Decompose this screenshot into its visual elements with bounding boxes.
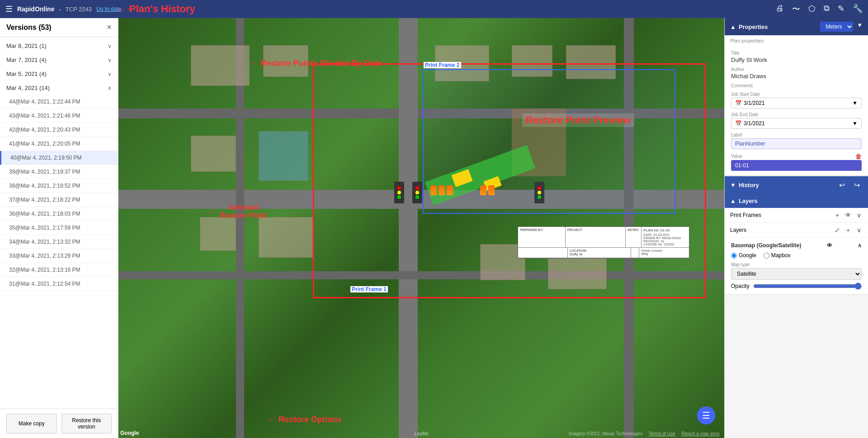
value-label: Value	[731, 154, 742, 159]
layers-header[interactable]: ▲ Layers	[725, 194, 868, 208]
radio-mapbox-input[interactable]	[764, 253, 769, 259]
job-end-input[interactable]: 📅 3/1/2021 ▼	[731, 118, 862, 129]
chevron-mar5: ∨	[108, 71, 112, 77]
date-group-mar5[interactable]: Mar 5, 2021 (4) ∨	[0, 67, 118, 81]
history-section: ▼ History ↩ ↪	[725, 176, 868, 194]
version-item-37[interactable]: 37@Mar 4, 2021, 2:18:22 PM	[0, 193, 118, 207]
label-value-display: PlanNumber	[731, 138, 862, 149]
chevron-layers: ▲	[730, 198, 736, 204]
undo-button[interactable]: ↩	[836, 180, 848, 190]
tb-prepared-by: PREPARED BY:	[518, 227, 566, 247]
radio-google-input[interactable]	[731, 253, 737, 259]
date-group-mar4[interactable]: Mar 4, 2021 (14) ∧	[0, 81, 118, 95]
plan-properties-label: Plan properties	[725, 35, 868, 44]
eye-basemap-icon[interactable]: 👁	[827, 242, 832, 249]
topbar: ☰ RapidOnline - TCP 2243 Up to date ← Pl…	[0, 0, 868, 18]
date-group-mar8[interactable]: Mar 8, 2021 (1) ∨	[0, 39, 118, 53]
chevron-properties-icon: ▼	[857, 22, 863, 32]
wrench-icon[interactable]: 🔧	[853, 4, 863, 14]
history-header[interactable]: ▼ History ↩ ↪	[725, 176, 868, 194]
job-end-label: Job End Date	[731, 112, 862, 117]
properties-body: Title Duffy St Work Author Michal Draws …	[725, 44, 868, 176]
job-start-label: Job Start Date	[731, 92, 862, 97]
basemap-radio-group: Google Mapbox	[731, 252, 862, 259]
opacity-row: Opacity	[731, 283, 862, 290]
tb-onsite: Onsite Contact:	[641, 249, 687, 252]
chevron-mar7: ∨	[108, 57, 112, 63]
print-frame-2-label: Print Frame 2	[424, 62, 461, 68]
version-item-35[interactable]: 35@Mar 4, 2021, 2:17:59 PM	[0, 221, 118, 235]
tb-location-val: Duffy St	[570, 252, 582, 256]
chevron-mar4: ∧	[108, 85, 112, 91]
tb-drawn-by: DRAWN BY: Michal Draws	[643, 236, 687, 240]
meters-dropdown[interactable]: Meters	[820, 22, 853, 32]
make-copy-button[interactable]: Make copy	[6, 414, 57, 433]
job-start-input[interactable]: 📅 3/1/2021 ▼	[731, 98, 862, 108]
properties-title: Properties	[739, 24, 768, 30]
building-7	[200, 217, 236, 251]
date-group-mar7[interactable]: Mar 7, 2021 (4) ∨	[0, 53, 118, 67]
version-item-33[interactable]: 33@Mar 4, 2021, 2:13:29 PM	[0, 249, 118, 263]
author-value: Michal Draws	[731, 73, 862, 80]
job-start-value: 3/1/2021	[744, 100, 765, 106]
tb-revision: REVISION: 1a	[643, 240, 687, 243]
version-item-31[interactable]: 31@Mar 4, 2021, 2:12:54 PM	[0, 277, 118, 291]
radio-mapbox-option[interactable]: Mapbox	[764, 252, 791, 259]
layers-sub-label: Layers	[730, 227, 746, 233]
opacity-slider[interactable]	[753, 283, 862, 290]
version-item-43[interactable]: 43@Mar 4, 2021, 2:21:46 PM	[0, 109, 118, 123]
report-link[interactable]: Report a map error	[682, 431, 720, 436]
tb-license: LICENSE No: 132532	[643, 243, 687, 246]
dropdown-arrow-end: ▼	[852, 120, 858, 127]
version-item-34[interactable]: 34@Mar 4, 2021, 2:13:32 PM	[0, 235, 118, 249]
delete-icon[interactable]: 🗑	[855, 153, 862, 160]
restore-version-button[interactable]: Restore this version	[61, 414, 112, 433]
tb-right-col: PLAN No: 01-01 DATE: 02-03-2021 DRAWN BY…	[642, 227, 689, 247]
tb-date: DATE: 02-03-2021	[643, 233, 687, 236]
version-item-39[interactable]: 39@Mar 4, 2021, 2:19:37 PM	[0, 165, 118, 179]
version-item-32[interactable]: 32@Mar 4, 2021, 2:13:16 PM	[0, 263, 118, 277]
map-area[interactable]: Restore Point Preview Print Frame 2 PREP…	[118, 18, 724, 438]
expand-layers-icon[interactable]: ∨	[855, 226, 863, 234]
label-value-text: PlanNumber	[735, 141, 765, 147]
eye-print-frames-icon[interactable]: 👁	[844, 212, 852, 219]
version-item-44[interactable]: 44@Mar 4, 2021, 2:22:44 PM	[0, 95, 118, 109]
google-logo: Google	[120, 430, 139, 436]
edit-icon[interactable]: ✎	[838, 4, 844, 14]
chart-icon[interactable]: 〜	[792, 4, 800, 14]
tb-row-2: LOCATION: Duffy St Onsite Contact: Jerry	[518, 248, 689, 258]
close-button[interactable]: ×	[107, 23, 112, 32]
tb-project: PROJECT:	[566, 227, 626, 247]
version-item-38[interactable]: 38@Mar 4, 2021, 2:18:52 PM	[0, 179, 118, 193]
map-nav-button[interactable]: ☰	[697, 406, 715, 424]
value-field[interactable]: 01-01	[731, 160, 862, 171]
add-print-frames-icon[interactable]: +	[834, 212, 841, 219]
layers-sub-row: Layers ⤢ + ∨	[725, 223, 868, 238]
menu-icon[interactable]: ☰	[5, 4, 13, 14]
radio-google-option[interactable]: Google	[731, 252, 756, 259]
basemap-title: Basemap (Google/Satellite) 👁 ∧	[731, 242, 862, 249]
add-layers-icon[interactable]: +	[844, 226, 852, 234]
copy-icon[interactable]: ⧉	[824, 4, 830, 14]
redo-button[interactable]: ↪	[851, 180, 863, 190]
shapes-icon[interactable]: ⬠	[808, 4, 816, 14]
restore-points-annotation: Restore Points Divided By Date	[250, 59, 382, 68]
main-layout: Versions (53) × Mar 8, 2021 (1) ∨ Mar 7,…	[0, 18, 868, 438]
expand-print-frames-icon[interactable]: ∨	[855, 212, 863, 219]
version-item-42[interactable]: 42@Mar 4, 2021, 2:20:43 PM	[0, 123, 118, 137]
properties-header[interactable]: ▲ Properties Meters ▼	[725, 18, 868, 35]
dropdown-arrow-start: ▼	[852, 100, 858, 106]
chevron-basemap-icon[interactable]: ∧	[858, 242, 862, 249]
print-icon[interactable]: 🖨	[776, 4, 784, 14]
restore-options-annotation: Restore Options	[268, 415, 342, 424]
sidebar-list: Mar 8, 2021 (1) ∨ Mar 7, 2021 (4) ∨ Mar …	[0, 37, 118, 409]
version-item-36[interactable]: 36@Mar 4, 2021, 2:18:03 PM	[0, 207, 118, 221]
plans-history-label: Plan's History	[118, 3, 195, 15]
version-item-40[interactable]: 40@Mar 4, 2021, 2:19:50 PM	[0, 151, 118, 165]
label-label: Label	[731, 132, 862, 137]
tb-location: LOCATION: Duffy St	[568, 248, 631, 258]
move-layers-icon[interactable]: ⤢	[834, 226, 841, 234]
map-type-select[interactable]: Satellite	[731, 268, 862, 280]
version-item-41[interactable]: 41@Mar 4, 2021, 2:20:05 PM	[0, 137, 118, 151]
terms-link[interactable]: Terms of Use	[649, 431, 675, 436]
